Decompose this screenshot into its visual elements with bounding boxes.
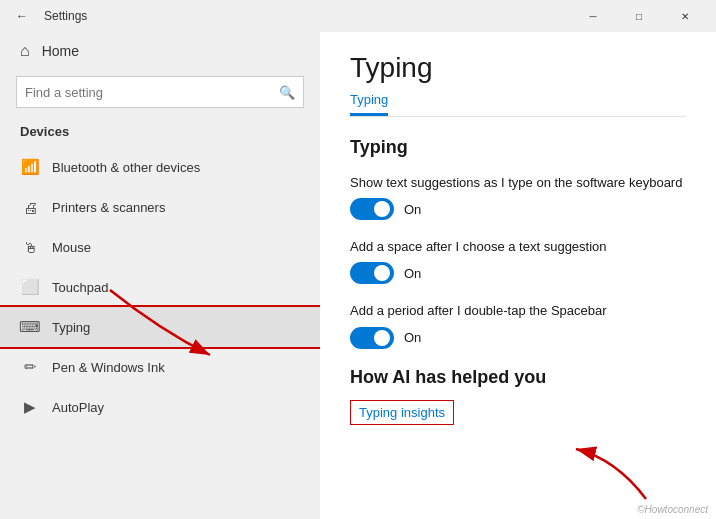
sidebar-item-mouse[interactable]: 🖱 Mouse — [0, 227, 320, 267]
sidebar-item-printers[interactable]: 🖨 Printers & scanners — [0, 187, 320, 227]
window-title: Settings — [44, 9, 87, 23]
sidebar: ⌂ Home 🔍 Devices 📶 Bluetooth & other dev… — [0, 32, 320, 519]
tab-typing[interactable]: Typing — [350, 86, 388, 116]
pen-label: Pen & Windows Ink — [52, 360, 165, 375]
autoplay-label: AutoPlay — [52, 400, 104, 415]
mouse-icon: 🖱 — [20, 237, 40, 257]
sidebar-item-bluetooth[interactable]: 📶 Bluetooth & other devices — [0, 147, 320, 187]
typing-section: Typing Show text suggestions as I type o… — [350, 137, 686, 349]
sidebar-item-typing[interactable]: ⌨ Typing — [0, 307, 320, 347]
search-box[interactable]: 🔍 — [16, 76, 304, 108]
setting-label-space-after: Add a space after I choose a text sugges… — [350, 238, 686, 256]
toggle-state-space-after: On — [404, 266, 421, 281]
back-button[interactable]: ← — [8, 2, 36, 30]
arrow-insights — [556, 439, 656, 509]
sidebar-item-touchpad[interactable]: ⬜ Touchpad — [0, 267, 320, 307]
home-icon: ⌂ — [20, 42, 30, 60]
sidebar-home-label: Home — [42, 43, 79, 59]
setting-space-after: Add a space after I choose a text sugges… — [350, 238, 686, 284]
setting-label-period: Add a period after I double-tap the Spac… — [350, 302, 686, 320]
page-title: Typing — [350, 52, 686, 84]
watermark: ©Howtoconnect — [637, 504, 708, 515]
bluetooth-icon: 📶 — [20, 157, 40, 177]
pen-icon: ✏ — [20, 357, 40, 377]
typing-label: Typing — [52, 320, 90, 335]
ai-section-title: How AI has helped you — [350, 367, 686, 388]
mouse-label: Mouse — [52, 240, 91, 255]
sidebar-item-pen[interactable]: ✏ Pen & Windows Ink — [0, 347, 320, 387]
sidebar-item-autoplay[interactable]: ▶ AutoPlay — [0, 387, 320, 427]
toggle-state-period: On — [404, 330, 421, 345]
search-input[interactable] — [25, 85, 279, 100]
typing-icon: ⌨ — [20, 317, 40, 337]
toggle-period[interactable] — [350, 327, 394, 349]
printers-icon: 🖨 — [20, 197, 40, 217]
sidebar-home[interactable]: ⌂ Home — [0, 32, 320, 70]
tab-bar: Typing — [350, 86, 686, 117]
maximize-button[interactable]: □ — [616, 0, 662, 32]
toggle-state-text-suggestions: On — [404, 202, 421, 217]
sidebar-section-title: Devices — [0, 120, 320, 147]
toggle-space-after[interactable] — [350, 262, 394, 284]
toggle-text-suggestions[interactable] — [350, 198, 394, 220]
title-bar: ← Settings ─ □ ✕ — [0, 0, 716, 32]
minimize-button[interactable]: ─ — [570, 0, 616, 32]
autoplay-icon: ▶ — [20, 397, 40, 417]
setting-text-suggestions: Show text suggestions as I type on the s… — [350, 174, 686, 220]
close-button[interactable]: ✕ — [662, 0, 708, 32]
touchpad-icon: ⬜ — [20, 277, 40, 297]
bluetooth-label: Bluetooth & other devices — [52, 160, 200, 175]
setting-period: Add a period after I double-tap the Spac… — [350, 302, 686, 348]
touchpad-label: Touchpad — [52, 280, 108, 295]
printers-label: Printers & scanners — [52, 200, 165, 215]
search-icon: 🔍 — [279, 85, 295, 100]
typing-insights-link[interactable]: Typing insights — [350, 400, 454, 425]
setting-label-text-suggestions: Show text suggestions as I type on the s… — [350, 174, 686, 192]
ai-section: How AI has helped you Typing insights — [350, 367, 686, 425]
main-panel: Typing Typing Typing Show text suggestio… — [320, 32, 716, 519]
typing-section-title: Typing — [350, 137, 686, 158]
